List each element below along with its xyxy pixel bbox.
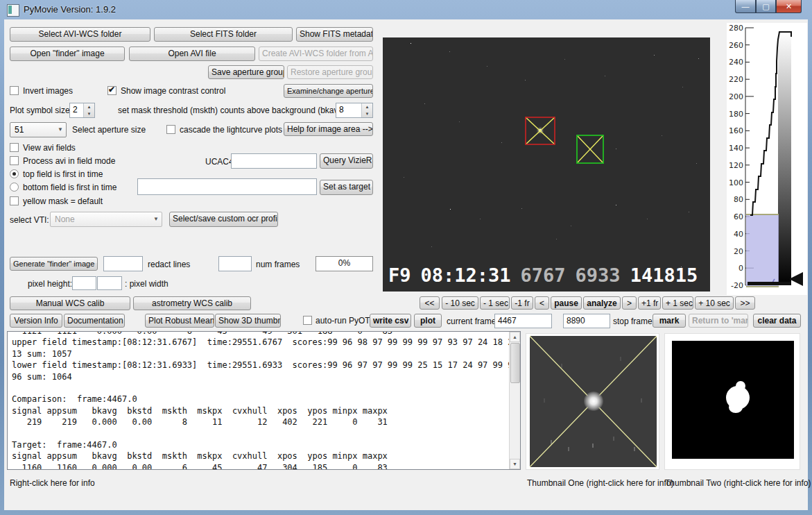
plot-robust-mean-button[interactable]: Plot Robust Mean	[145, 314, 214, 328]
astrometry-wcs-calib-button[interactable]: astrometry WCS calib	[133, 296, 251, 310]
comparison-aperture[interactable]	[577, 135, 603, 163]
vti-time: 08:12:31	[421, 264, 511, 286]
scrollbar-thumb[interactable]	[510, 343, 520, 383]
playback-back-1fr-button[interactable]: -1 fr	[511, 296, 533, 310]
stop-frame-label: stop frame	[613, 316, 653, 326]
playback-rewind-full-button[interactable]: <<	[420, 296, 440, 310]
pixel-height-label: pixel height:	[28, 279, 72, 289]
aperture-size-combobox[interactable]: 51 ▼	[10, 122, 67, 137]
log-scrollbar[interactable]: ▲ ▼	[509, 332, 520, 469]
show-contrast-checkbox[interactable]: ✔	[107, 86, 116, 95]
query-vizier-button[interactable]: Query VizieR	[320, 153, 373, 169]
mark-button[interactable]: mark	[653, 314, 686, 328]
playback-fwd-1fr-button[interactable]: +1 fr	[638, 296, 661, 310]
target-name-input[interactable]	[137, 178, 317, 195]
auto-run-pyote-checkbox[interactable]	[303, 316, 312, 325]
playback-step-fwd-button[interactable]: >	[622, 296, 637, 310]
ucac4-input[interactable]	[231, 153, 317, 169]
contrast-region[interactable]	[746, 214, 779, 287]
write-csv-button[interactable]: write csv	[370, 314, 411, 328]
return-to-mark-button[interactable]: Return to 'mark'	[689, 314, 748, 328]
current-frame-label: current frame	[447, 316, 496, 326]
plot-symbol-size-spinbox[interactable]: 2 ▲▼	[69, 103, 95, 118]
set-as-target-button[interactable]: Set as target	[320, 180, 373, 195]
show-fits-metadata-button[interactable]: Show FITS metadata	[296, 27, 373, 42]
yellow-mask-default-checkbox[interactable]	[10, 196, 19, 205]
playback-step-back-button[interactable]: <	[535, 296, 549, 310]
clear-data-button[interactable]: clear data	[753, 314, 801, 328]
view-avi-fields-checkbox[interactable]	[10, 143, 19, 152]
playback-analyze-button[interactable]: analyze	[583, 296, 621, 310]
select-vti-label: select VTI:	[10, 215, 49, 225]
mask-blob	[729, 402, 743, 413]
create-avi-wcs-folder-button[interactable]: Create AVI-WCS folder from AVI file	[259, 47, 373, 61]
num-frames-input[interactable]	[218, 256, 252, 271]
close-button[interactable]: ✕	[776, 0, 802, 13]
scroll-up-icon[interactable]: ▲	[510, 332, 520, 342]
thumbnail-one-label: Thumbnail One (right-click here for info…	[527, 478, 673, 488]
plot-button[interactable]: plot	[414, 314, 442, 328]
bottom-field-first-radio[interactable]	[10, 183, 19, 192]
select-avi-wcs-folder-button[interactable]: Select AVI-WCS folder	[10, 27, 150, 42]
playback-back-1sec-button[interactable]: - 1 sec	[480, 296, 510, 310]
thumbnail-two-image	[672, 341, 794, 459]
custom-ocr-profile-button[interactable]: Select/save custom ocr profile	[169, 212, 278, 227]
process-field-mode-label: Process avi in field mode	[23, 156, 115, 166]
mask-threshold-label: set mask threshold (mskth) counts above …	[118, 105, 345, 115]
pixel-width-input[interactable]	[97, 276, 122, 290]
pixel-height-input[interactable]	[72, 276, 96, 290]
app-icon	[7, 4, 19, 17]
vti-selected-value: None	[55, 214, 75, 224]
status-bar-text[interactable]: Right-click here for info	[10, 478, 95, 488]
current-frame-input[interactable]: 4467	[494, 314, 552, 328]
thumbnail-one-panel[interactable]	[526, 333, 659, 470]
restore-aperture-group-button[interactable]: Restore aperture group	[287, 65, 373, 79]
save-aperture-group-button[interactable]: Save aperture group	[208, 65, 284, 79]
documentation-button[interactable]: Documentation	[64, 314, 125, 328]
vti-timestamp-overlay: F908:12:3167676933141815	[383, 261, 710, 292]
top-field-first-radio[interactable]	[10, 169, 19, 178]
spinner-arrows-icon[interactable]: ▲▼	[83, 103, 94, 117]
checkmark-icon: ✔	[108, 85, 115, 94]
lut-gradient-bar[interactable]	[778, 32, 791, 285]
scroll-down-icon[interactable]: ▼	[510, 459, 520, 469]
generate-finder-image-button[interactable]: Generate "finder" image	[10, 257, 98, 271]
thumbnail-two-panel[interactable]	[664, 333, 800, 470]
manual-wcs-calib-button[interactable]: Manual WCS calib	[10, 296, 130, 310]
cascade-lightcurve-checkbox[interactable]	[166, 125, 175, 134]
playback-fwd-10sec-button[interactable]: + 10 sec	[695, 296, 734, 310]
spinner-arrows-icon[interactable]: ▲▼	[361, 103, 372, 117]
playback-fwd-full-button[interactable]: >>	[735, 296, 755, 310]
contrast-histogram-panel[interactable]: 280 260 240 220 200 180 160 140 120 100 …	[727, 23, 807, 295]
maximize-button[interactable]: ▢	[756, 0, 776, 13]
aperture-size-value: 51	[15, 125, 24, 135]
vti-combobox[interactable]: None ▼	[50, 212, 162, 227]
playback-pause-button[interactable]: pause	[551, 296, 582, 310]
select-fits-folder-button[interactable]: Select FITS folder	[154, 27, 293, 42]
help-image-area-button[interactable]: Help for image area -->	[284, 122, 373, 136]
title-bar[interactable]: PyMovie Version: 1.9.2 — ▢ ✕	[0, 0, 812, 19]
playback-fwd-1sec-button[interactable]: + 1 sec	[662, 296, 693, 310]
minimize-button[interactable]: —	[735, 0, 756, 13]
open-avi-file-button[interactable]: Open AVI file	[129, 47, 255, 61]
target-aperture[interactable]	[526, 117, 555, 144]
stop-frame-input[interactable]: 8890	[563, 314, 610, 328]
invert-images-checkbox[interactable]	[10, 86, 19, 95]
open-finder-image-button[interactable]: Open "finder" image	[10, 47, 125, 61]
vti-prefix: F9	[388, 264, 411, 286]
top-field-first-label: top field is first in time	[23, 169, 103, 179]
redact-lines-input[interactable]	[103, 256, 143, 271]
bottom-field-first-label: bottom field is first in time	[23, 183, 116, 192]
thumbnail-two-label: Thumbnail Two (right-click here for info…	[665, 478, 811, 488]
examine-aperture-settings-button[interactable]: Examine/change aperture settings	[284, 84, 373, 98]
log-text: 1121 1121 0.000 0.00 6 45 49 301 188 0 8…	[12, 331, 520, 470]
mask-threshold-spinbox[interactable]: 8 ▲▼	[336, 103, 373, 118]
playback-back-10sec-button[interactable]: - 10 sec	[442, 296, 478, 310]
show-3d-thumbnail-button[interactable]: Show 3D thumbnail	[215, 314, 281, 328]
log-output[interactable]: 1121 1121 0.000 0.00 6 45 49 301 188 0 8…	[7, 331, 521, 470]
process-field-mode-checkbox[interactable]	[10, 156, 19, 165]
finder-progress-bar: 0%	[316, 256, 373, 271]
pymovie-window: PyMovie Version: 1.9.2 — ▢ ✕ Select AVI-…	[0, 0, 812, 515]
version-info-button[interactable]: Version Info	[10, 314, 62, 328]
main-image-view[interactable]: F908:12:3167676933141815	[383, 37, 710, 292]
